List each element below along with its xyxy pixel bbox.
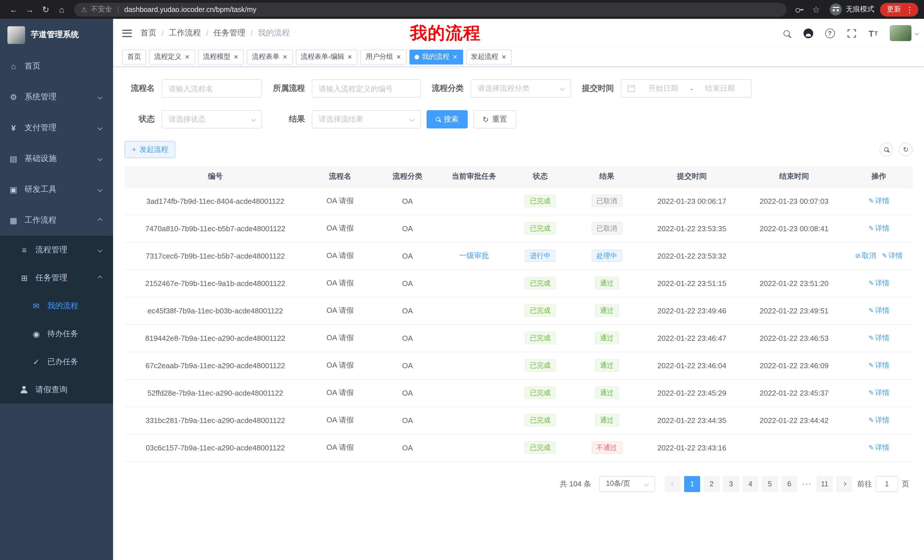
page-button-11[interactable]: 11	[817, 476, 832, 492]
help-icon[interactable]: ?	[820, 23, 840, 43]
hamburger-icon[interactable]	[113, 19, 141, 47]
tab-4[interactable]: 流程表单-编辑×	[296, 49, 358, 64]
back-icon[interactable]: ←	[6, 1, 22, 17]
user-avatar[interactable]	[890, 25, 918, 41]
page-button-4[interactable]: 4	[742, 476, 758, 492]
chevron-down-icon	[98, 187, 102, 192]
next-page-button[interactable]	[836, 476, 852, 492]
table-header-row: 编号 流程名 流程分类 当前审批任务 状态 结果 提交时间 结束时间 操作	[124, 166, 913, 187]
page-button-1[interactable]: 1	[684, 476, 700, 492]
caret-down-icon	[915, 31, 919, 35]
page-size-select[interactable]: 10条/页	[599, 476, 655, 492]
create-process-button[interactable]: + 发起流程	[124, 141, 176, 158]
close-icon[interactable]: ×	[233, 53, 239, 60]
detail-button[interactable]: ✎详情	[882, 251, 903, 261]
close-icon[interactable]: ×	[184, 53, 190, 60]
search-toggle-button[interactable]	[879, 143, 893, 156]
close-icon[interactable]: ×	[501, 53, 507, 60]
detail-button[interactable]: ✎详情	[868, 361, 889, 370]
address-bar[interactable]: ⚠ 不安全 | dashboard.yudao.iocoder.cn/bpm/t…	[74, 3, 786, 16]
forward-icon[interactable]: →	[22, 1, 38, 17]
detail-button[interactable]: ✎详情	[868, 333, 889, 343]
goto-page-input[interactable]	[876, 476, 898, 492]
tab-0[interactable]: 首页	[122, 49, 146, 64]
kebab-icon[interactable]: ⋮	[904, 5, 915, 14]
page-button-3[interactable]: 3	[723, 476, 739, 492]
page-button-2[interactable]: 2	[704, 476, 720, 492]
category-select[interactable]: 请选择流程分类	[471, 79, 571, 97]
cell-end-time: 2022-01-23 00:08:41	[744, 215, 844, 242]
sidebar-item-8[interactable]: 我的流程	[0, 292, 113, 320]
search-icon[interactable]	[777, 23, 796, 43]
update-button[interactable]: 更新 ⋮	[880, 3, 918, 16]
sidebar-item-11[interactable]: 请假查询	[0, 376, 113, 404]
browser-home-icon[interactable]: ⌂	[54, 1, 70, 17]
submit-time-range-input[interactable]: 开始日期 - 结束日期	[621, 79, 752, 97]
task-link[interactable]: 一级审批	[459, 251, 489, 260]
sidebar-item-10[interactable]: 已办任务	[0, 347, 113, 376]
sidebar-item-2[interactable]: 支付管理	[0, 112, 113, 143]
detail-button[interactable]: ✎详情	[868, 388, 889, 398]
fullscreen-icon[interactable]	[842, 23, 861, 43]
detail-icon: ✎	[868, 279, 874, 287]
bookmark-star-icon[interactable]: ☆	[808, 1, 824, 17]
status-badge: 已完成	[525, 304, 556, 317]
password-key-icon[interactable]	[794, 4, 805, 15]
cell-category: OA	[374, 379, 441, 406]
url-text[interactable]: dashboard.yudao.iocoder.cn/bpm/task/my	[124, 5, 256, 13]
cancel-button[interactable]: ⊘取消	[855, 251, 876, 261]
close-icon[interactable]: ×	[452, 53, 458, 60]
table-row: 819442e8-7b9a-11ec-a290-acde48001122OA 请…	[124, 324, 913, 352]
detail-button[interactable]: ✎详情	[868, 278, 889, 288]
pages-ellipsis[interactable]: ···	[800, 479, 814, 488]
tab-2[interactable]: 流程模型×	[198, 49, 244, 64]
sidebar-item-1[interactable]: 系统管理	[0, 82, 113, 112]
process-name-input[interactable]	[162, 79, 262, 97]
tab-6[interactable]: 我的流程×	[410, 49, 463, 64]
cell-category: OA	[374, 270, 441, 297]
chevron-down-icon	[251, 117, 256, 122]
detail-button[interactable]: ✎详情	[868, 223, 889, 233]
tab-7[interactable]: 发起流程×	[466, 49, 512, 64]
sidebar-item-4[interactable]: 研发工具	[0, 174, 113, 205]
process-id-input[interactable]	[312, 79, 421, 97]
status-badge: 已完成	[525, 222, 556, 235]
status-select[interactable]: 请选择状态	[162, 110, 262, 129]
sidebar-item-9[interactable]: 待办任务	[0, 320, 113, 347]
breadcrumb-item[interactable]: 工作流程	[169, 28, 201, 38]
reload-icon[interactable]: ↻	[38, 1, 54, 17]
prev-page-button[interactable]	[665, 476, 681, 492]
cell-submit-time: 2022-01-22 23:51:15	[640, 270, 744, 297]
search-button[interactable]: 搜索	[427, 110, 468, 129]
eye-icon	[32, 329, 41, 338]
refresh-table-button[interactable]: ↻	[899, 143, 913, 156]
detail-button[interactable]: ✎详情	[868, 306, 889, 315]
sidebar-item-6[interactable]: 流程管理	[0, 236, 113, 264]
page-button-5[interactable]: 5	[762, 476, 778, 492]
detail-button[interactable]: ✎详情	[868, 443, 889, 452]
detail-button[interactable]: ✎详情	[868, 196, 889, 206]
sidebar-item-3[interactable]: 基础设施	[0, 143, 113, 174]
detail-button[interactable]: ✎详情	[868, 415, 889, 425]
page-button-6[interactable]: 6	[781, 476, 797, 492]
github-icon[interactable]	[798, 23, 818, 43]
tab-3[interactable]: 流程表单×	[247, 49, 292, 64]
font-size-icon[interactable]: TT	[864, 23, 883, 43]
breadcrumb-item[interactable]: 首页	[141, 28, 156, 38]
app-logo[interactable]: 芋道管理系统	[0, 19, 113, 51]
close-icon[interactable]: ×	[347, 53, 352, 60]
result-select[interactable]: 请选择流结果	[312, 110, 421, 129]
tab-1[interactable]: 流程定义×	[149, 49, 195, 64]
security-label[interactable]: 不安全	[91, 4, 112, 14]
sidebar-item-5[interactable]: 工作流程	[0, 205, 113, 236]
close-icon[interactable]: ×	[396, 53, 402, 60]
breadcrumb-item[interactable]: 任务管理	[214, 28, 246, 38]
sidebar-item-0[interactable]: 首页	[0, 51, 113, 82]
reset-button[interactable]: ↻ 重置	[473, 110, 516, 129]
cell-process-name: OA 请假	[306, 406, 374, 434]
sidebar-item-7[interactable]: 任务管理	[0, 264, 113, 292]
tab-5[interactable]: 用户分组×	[361, 49, 406, 64]
close-icon[interactable]: ×	[282, 53, 288, 60]
incognito-icon	[830, 3, 842, 15]
chevron-down-icon	[98, 126, 102, 130]
